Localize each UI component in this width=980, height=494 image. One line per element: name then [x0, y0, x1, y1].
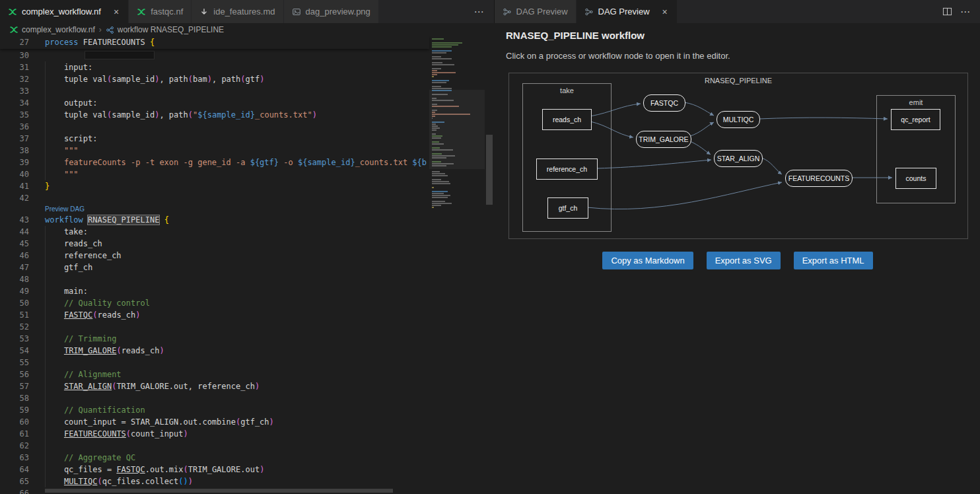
code-line-51[interactable]: 51 FASTQC(reads_ch): [0, 309, 429, 321]
code-line-54[interactable]: 54 TRIM_GALORE(reads_ch): [0, 345, 429, 357]
minimap-viewport[interactable]: [429, 90, 485, 169]
process-link-featurecounts[interactable]: FEATURECOUNTS: [64, 429, 126, 439]
code-line-63[interactable]: 63 // Aggregate QC: [0, 452, 429, 464]
code-line-27[interactable]: 27process FEATURECOUNTS {: [0, 36, 429, 49]
dag-node-featurecounts[interactable]: FEATURECOUNTS: [785, 170, 853, 187]
line-content: [29, 392, 45, 404]
process-link-trim-galore[interactable]: TRIM_GALORE: [64, 346, 116, 355]
breadcrumb-symbol[interactable]: workflow RNASEQ_PIPELINE: [118, 25, 224, 34]
tab-overflow-button[interactable]: ⋯: [465, 6, 494, 18]
minimap[interactable]: [429, 36, 485, 494]
code-line-30[interactable]: 30: [0, 50, 429, 61]
nextflow-icon: [8, 7, 17, 17]
code-line-57[interactable]: 57 STAR_ALIGN(TRIM_GALORE.out, reference…: [0, 380, 429, 392]
line-content: // Quality control: [29, 297, 150, 309]
tab-fastqc-nf[interactable]: fastqc.nf: [129, 0, 192, 23]
code-line-34[interactable]: 34 output:: [0, 97, 429, 109]
breadcrumb-file[interactable]: complex_workflow.nf: [22, 25, 95, 34]
code-line-36[interactable]: 36: [0, 121, 429, 133]
code-line-61[interactable]: 61 FEATURECOUNTS(count_input): [0, 428, 429, 440]
process-link-star-align[interactable]: STAR_ALIGN: [64, 382, 112, 391]
dag-node-reference-ch[interactable]: reference_ch: [536, 159, 598, 180]
code-line-43[interactable]: 43workflow RNASEQ_PIPELINE {: [0, 214, 429, 226]
code-line-53[interactable]: 53 // Trimming: [0, 333, 429, 345]
dag-node-gtf-ch[interactable]: gtf_ch: [547, 197, 588, 219]
code-line-40[interactable]: 40 """: [0, 168, 429, 180]
code-line-37[interactable]: 37 script:: [0, 133, 429, 145]
vertical-scrollbar-thumb[interactable]: [486, 135, 493, 205]
code-line-39[interactable]: 39 featureCounts -p -t exon -g gene_id -…: [0, 157, 429, 168]
line-content: main:: [29, 285, 88, 297]
code-line-58[interactable]: 58: [0, 392, 429, 404]
token: [45, 158, 64, 167]
line-content: [29, 192, 45, 204]
process-link-fastqc[interactable]: FASTQC: [64, 310, 92, 320]
process-link-multiqc[interactable]: MULTIQC: [64, 477, 98, 486]
code-line-41[interactable]: 41}: [0, 180, 429, 192]
code-line-46[interactable]: 46 reference_ch: [0, 250, 429, 262]
code-line-31[interactable]: 31 input:: [0, 61, 429, 73]
export-buttons: Copy as MarkdownExport as SVGExport as H…: [508, 252, 967, 269]
export-as-html-button[interactable]: Export as HTML: [794, 252, 873, 269]
sticky-scroll-line[interactable]: 27process FEATURECOUNTS {: [0, 36, 429, 49]
dag-node-multiqc[interactable]: MULTIQC: [717, 111, 760, 128]
code-line-49[interactable]: 49 main:: [0, 285, 429, 297]
code-lines[interactable]: 3031 input:32 tuple val(sample_id), path…: [0, 50, 429, 494]
split-editor-icon[interactable]: [942, 7, 952, 17]
dag-node-reads-ch[interactable]: reads_ch: [542, 109, 592, 130]
tab-dag-preview[interactable]: DAG Preview×: [577, 0, 678, 23]
process-link-fastqc[interactable]: FASTQC: [116, 465, 145, 474]
code-line-62[interactable]: 62: [0, 440, 429, 452]
dag-node-trim-galore[interactable]: TRIM_GALORE: [636, 131, 691, 148]
code-line-59[interactable]: 59 // Quantification: [0, 404, 429, 416]
tab-close-icon[interactable]: ×: [661, 7, 669, 17]
token: tuple val: [45, 75, 107, 84]
dag-node-fastqc[interactable]: FASTQC: [643, 94, 685, 112]
code-line-35[interactable]: 35 tuple val(sample_id), path("${sample_…: [0, 109, 429, 121]
horizontal-scrollbar-thumb[interactable]: [45, 489, 393, 493]
export-as-svg-button[interactable]: Export as SVG: [707, 252, 781, 269]
more-actions-icon[interactable]: ⋯: [960, 6, 971, 18]
tab-ide-features-md[interactable]: ide_features.md: [192, 0, 283, 23]
code-line-42[interactable]: 42: [0, 192, 429, 204]
code-line-32[interactable]: 32 tuple val(sample_id), path(bam), path…: [0, 73, 429, 85]
code-line-33[interactable]: 33: [0, 85, 429, 97]
token: ): [260, 75, 264, 84]
token: , path: [159, 75, 188, 84]
token: TRIM_GALORE.out: [188, 465, 260, 474]
dag-node-counts[interactable]: counts: [895, 168, 936, 189]
code-line-38[interactable]: 38 """: [0, 145, 429, 157]
line-number: 52: [0, 321, 29, 333]
tab-dag-preview[interactable]: DAG Preview: [495, 0, 577, 23]
line-number: 62: [0, 440, 29, 452]
tab-complex-workflow-nf[interactable]: complex_workflow.nf×: [0, 0, 129, 23]
vertical-scrollbar[interactable]: [486, 36, 493, 494]
code-line-48[interactable]: 48: [0, 273, 429, 285]
codelens-preview-dag[interactable]: Preview DAG: [45, 204, 85, 214]
line-content: featureCounts -p -t exon -g gene_id -a $…: [29, 157, 427, 168]
token: -o: [279, 158, 298, 167]
nextflow-file-icon: [9, 25, 18, 34]
dag-node-qc-report[interactable]: qc_report: [891, 109, 940, 130]
code-line-64[interactable]: 64 qc_files = FASTQC.out.mix(TRIM_GALORE…: [0, 464, 429, 476]
code-line-44[interactable]: 44 take:: [0, 226, 429, 238]
code-line-56[interactable]: 56 // Alignment: [0, 369, 429, 380]
tab-close-icon[interactable]: ×: [112, 7, 120, 17]
tab-dag-preview-png[interactable]: dag_preview.png: [284, 0, 379, 23]
horizontal-scrollbar[interactable]: [0, 487, 494, 494]
code-line-65[interactable]: 65 MULTIQC(qc_files.collect()): [0, 476, 429, 487]
code-line-52[interactable]: 52: [0, 321, 429, 333]
code-line-45[interactable]: 45 reads_ch: [0, 238, 429, 250]
token: gtf: [246, 75, 260, 84]
token: // Aggregate QC: [45, 453, 135, 462]
code-line-50[interactable]: 50 // Quality control: [0, 297, 429, 309]
token: [45, 382, 64, 391]
token: ): [184, 429, 188, 439]
code-line-60[interactable]: 60 count_input = STAR_ALIGN.out.combine(…: [0, 416, 429, 428]
code-line-55[interactable]: 55: [0, 357, 429, 369]
code-line-47[interactable]: 47 gtf_ch: [0, 262, 429, 273]
copy-as-markdown-button[interactable]: Copy as Markdown: [602, 252, 693, 269]
line-content: process FEATURECOUNTS {: [29, 36, 155, 49]
code-editor[interactable]: 3031 input:32 tuple val(sample_id), path…: [0, 36, 494, 494]
dag-node-star-align[interactable]: STAR_ALIGN: [714, 150, 763, 167]
